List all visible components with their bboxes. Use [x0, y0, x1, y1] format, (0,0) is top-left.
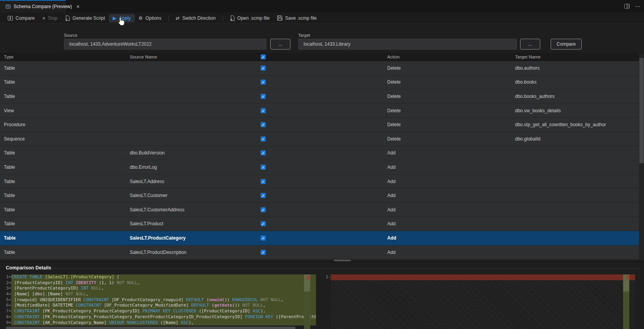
sql-code-line: CREATE TABLE [SalesLT].[ProductCategory]… [11, 274, 316, 280]
split-editor-icon[interactable] [624, 4, 630, 9]
play-icon: ▶ [113, 16, 116, 21]
switch-direction-icon: ⇄ [176, 16, 180, 21]
grid-row[interactable]: Table SalesLT.ProductDescription Add [0, 245, 644, 260]
diff-source-line: 2+ [ProductCategoryID] INT IDENTITY (1, … [6, 280, 316, 286]
save-scmp-label: Save .scmp file [285, 15, 316, 21]
row-include-checkbox[interactable] [261, 221, 266, 226]
grid-row[interactable]: View Delete dbo.vw_books_details [0, 104, 644, 118]
header-source-name[interactable]: Source Name [130, 55, 157, 59]
open-scmp-button[interactable]: Open .scmp file [226, 14, 273, 22]
row-type: Table [4, 65, 15, 71]
save-scmp-button[interactable]: Save .scmp file [273, 14, 320, 22]
grid-vertical-scrollbar-thumb[interactable] [639, 58, 644, 163]
open-scmp-label: Open .scmp file [237, 15, 270, 21]
apply-label: Apply [119, 15, 131, 21]
row-include-checkbox[interactable] [261, 207, 266, 212]
row-type: Table [4, 94, 15, 99]
generate-script-button[interactable]: Generate Script [61, 14, 109, 22]
diff-line-number: 6+ [6, 303, 11, 308]
schema-compare-toolbar: Compare ■ Stop Generate Script ▶ Apply ⚙… [0, 12, 644, 24]
row-target-name: dbo.authors [515, 65, 539, 71]
row-include-checkbox[interactable] [261, 164, 266, 170]
source-pane-overview-ruler[interactable] [304, 274, 310, 329]
compare-label: Compare [15, 15, 34, 21]
row-type: Procedure [4, 122, 25, 127]
row-include-checkbox[interactable] [261, 108, 266, 113]
compare-run-button[interactable]: Compare [551, 39, 582, 50]
sql-code-line: [ModifiedDate] DATETIME CONSTRAINT [DF_P… [11, 303, 316, 308]
row-include-checkbox[interactable] [261, 250, 266, 255]
header-action[interactable]: Action [387, 55, 400, 59]
row-source-name: SalesLT.Customer [130, 193, 167, 198]
row-include-checkbox[interactable] [261, 179, 266, 184]
row-type: View [4, 108, 14, 113]
grid-row[interactable]: Table dbo.ErrorLog Add [0, 160, 644, 175]
grid-row[interactable]: Table dbo.BuildVersion Add [0, 146, 644, 161]
diff-target-pane[interactable]: 1- [325, 274, 635, 280]
sql-code-line: [Name] [dbo].[Name] NOT NULL, [11, 291, 316, 297]
switch-direction-button[interactable]: ⇄ Switch Direction [172, 14, 220, 22]
more-actions-icon[interactable]: ⋯ [635, 3, 641, 9]
compare-toolbar-button[interactable]: Compare [4, 14, 38, 22]
source-label: Source [64, 33, 77, 38]
grid-row[interactable]: Table SalesLT.Product Add [0, 217, 644, 231]
row-include-checkbox[interactable] [261, 122, 266, 127]
target-input[interactable]: localhost, 1433.Library [298, 39, 517, 50]
target-pane-overview-ruler[interactable] [623, 274, 629, 329]
grid-row[interactable]: Table Delete dbo.books_authors [0, 89, 644, 104]
row-include-checkbox[interactable] [261, 94, 266, 99]
row-include-checkbox[interactable] [261, 136, 266, 141]
header-target-name[interactable]: Target Name [515, 55, 541, 59]
apply-button[interactable]: ▶ Apply [109, 14, 134, 22]
grid-row[interactable]: Table SalesLT.Customer Add [0, 188, 644, 203]
diff-line-number: 1+ [6, 274, 11, 280]
grid-row[interactable]: Table SalesLT.CustomerAddress Add [0, 203, 644, 217]
sql-code-line: CONSTRAINT [AK_ProductCategory_Name] UNI… [11, 320, 316, 326]
row-action: Add [387, 150, 395, 156]
row-action: Add [387, 207, 395, 212]
row-type: Table [4, 79, 15, 85]
target-value: localhost, 1433.Library [304, 41, 350, 47]
sql-code-line: [rowguid] UNIQUEIDENTIFIER CONSTRAINT [D… [11, 297, 316, 303]
stop-icon: ■ [42, 16, 45, 21]
grid-row[interactable]: Table Delete dbo.authors [0, 61, 644, 75]
comparison-grid: Table Delete dbo.authors Table Delete db… [0, 61, 644, 260]
header-include-checkbox[interactable] [261, 55, 266, 60]
row-source-name: SalesLT.ProductDescription [130, 250, 187, 255]
row-include-checkbox[interactable] [261, 235, 266, 240]
grid-row[interactable]: Table Delete dbo.books [0, 75, 644, 90]
tab-schema-compare[interactable]: Schema Compare (Preview) ✕ [0, 0, 66, 12]
stop-label: Stop [48, 15, 58, 21]
source-browse-button[interactable]: ... [270, 39, 290, 50]
grid-row[interactable]: Table SalesLT.Address Add [0, 175, 644, 189]
stop-button[interactable]: ■ Stop [38, 14, 61, 22]
row-type: Table [4, 207, 15, 212]
diff-source-pane[interactable]: 1+CREATE TABLE [SalesLT].[ProductCategor… [6, 274, 316, 326]
row-include-checkbox[interactable] [261, 65, 266, 70]
row-target-name: dbo.globalId [515, 136, 540, 142]
diff-line-number: 8+ [6, 314, 11, 320]
row-action: Delete [387, 79, 401, 85]
options-button[interactable]: ⚙ Options [135, 14, 165, 22]
diff-source-line: 3+ [ParentProductCategoryID] INT NULL, [6, 286, 316, 291]
source-input[interactable]: localhost, 1433.AdventureWorksLT2022 [64, 39, 266, 50]
diff-line-number: 2+ [6, 280, 11, 286]
title-rule [50, 268, 641, 269]
target-browse-button[interactable]: ... [520, 39, 540, 50]
row-include-checkbox[interactable] [261, 193, 266, 198]
panel-resize-handle[interactable] [334, 260, 351, 261]
sql-code-line: [ProductCategoryID] INT IDENTITY (1, 1) … [11, 280, 316, 286]
grid-header: Type Source Name Action Target Name [0, 53, 644, 61]
row-target-name: dbo.stp_get_all_cowritten_books_by_autho… [515, 122, 606, 127]
source-pane-horizontal-scrollbar[interactable] [6, 327, 295, 329]
grid-row[interactable]: Table SalesLT.ProductCategory Add [0, 231, 644, 245]
overview-delete-mark [626, 275, 629, 279]
row-include-checkbox[interactable] [261, 151, 266, 156]
toolbar-separator [168, 15, 169, 21]
row-include-checkbox[interactable] [261, 80, 266, 85]
tab-close-icon[interactable]: ✕ [76, 4, 80, 9]
grid-row[interactable]: Sequence Delete dbo.globalId [0, 132, 644, 146]
header-type[interactable]: Type [4, 55, 14, 59]
row-type: Table [4, 150, 15, 156]
grid-row[interactable]: Procedure Delete dbo.stp_get_all_cowritt… [0, 118, 644, 132]
